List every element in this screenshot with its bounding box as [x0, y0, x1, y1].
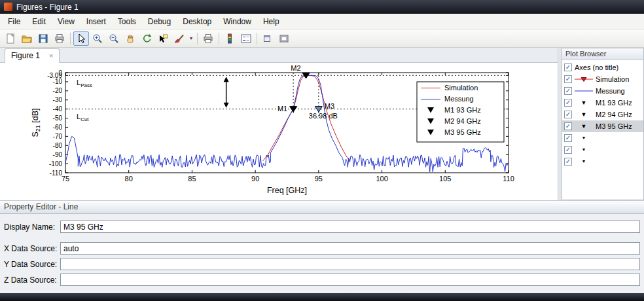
toolbar-separator [257, 33, 257, 44]
close-tab-icon[interactable]: × [49, 52, 53, 60]
y-tick-label: -20 [53, 87, 63, 94]
toolbar: ▾ [0, 29, 644, 48]
tab-figure-1[interactable]: Figure 1 × [5, 48, 60, 63]
triangle-small-icon: ▼ [575, 147, 593, 153]
data-cursor-button[interactable] [155, 31, 171, 46]
toolbar-separator [219, 33, 219, 44]
z-data-source-label: Z Data Source: [4, 275, 60, 285]
checkbox[interactable]: ✓ [564, 158, 572, 166]
x-data-source-row: X Data Source: [4, 242, 640, 255]
red-line-marker-icon [575, 76, 593, 83]
item-label: Axes (no title) [575, 63, 618, 71]
brush-button[interactable] [171, 31, 187, 46]
y-tick-label: -30 [53, 96, 63, 103]
property-editor-title: Property Editor - Line [4, 202, 78, 211]
tab-label: Figure 1 [11, 51, 40, 60]
menu-insert[interactable]: Insert [80, 15, 112, 28]
menu-debug[interactable]: Debug [142, 15, 177, 28]
checkbox[interactable]: ✓ [564, 63, 572, 71]
insert-legend-button[interactable] [238, 31, 254, 46]
x-tick-label: 105 [439, 175, 451, 183]
y-tick-label: -60 [53, 124, 63, 131]
property-editor-body: Display Name: X Data Source: Y Data Sour… [0, 214, 644, 293]
x-tick-label: 95 [315, 175, 323, 183]
item-label: M1 93 GHz [596, 99, 632, 107]
print-preview-button[interactable] [200, 31, 216, 46]
x-tick-label: 100 [376, 175, 387, 183]
hide-plot-tools-button[interactable] [260, 31, 276, 46]
item-label: Simulation [596, 75, 629, 83]
blue-line-icon [575, 88, 593, 95]
brush-dropdown-icon[interactable]: ▾ [188, 31, 194, 46]
legend-label: M1 93 GHz [444, 106, 481, 114]
new-figure-button[interactable] [3, 31, 18, 46]
y-data-source-input[interactable] [60, 258, 640, 270]
plot-browser-item[interactable]: ✓▼ [562, 144, 643, 156]
tab-strip: Figure 1 × [0, 48, 558, 63]
property-editor-header: Property Editor - Line [0, 200, 644, 214]
menu-window[interactable]: Window [217, 15, 257, 28]
menu-help[interactable]: Help [257, 15, 285, 28]
y-axis-label: S21 [dB] [31, 108, 41, 137]
triangle-icon: ▼ [575, 123, 593, 130]
zoom-out-button[interactable] [106, 31, 122, 46]
toolbar-separator [70, 33, 71, 44]
x-data-source-label: X Data Source: [4, 244, 60, 253]
display-name-row: Display Name: [4, 221, 640, 233]
toolbar-separator [197, 33, 198, 44]
checkbox[interactable]: ✓ [564, 75, 572, 83]
x-data-source-input[interactable] [60, 242, 640, 255]
x-tick-label: 80 [125, 175, 133, 183]
plot-browser-list: ✓Axes (no title)✓Simulation✓Messung✓▼M1 … [562, 60, 643, 200]
z-data-source-row: Z Data Source: [4, 274, 640, 286]
save-figure-button[interactable] [35, 31, 51, 46]
checkbox[interactable]: ✓ [564, 122, 572, 130]
menu-edit[interactable]: Edit [26, 15, 52, 28]
checkbox[interactable]: ✓ [564, 99, 572, 107]
figure-canvas: 75808590951001051100-3.09-10-20-30-40-50… [0, 63, 558, 200]
y-tick-label: -100 [49, 160, 62, 168]
plot-browser-item[interactable]: ✓▼ [562, 132, 643, 144]
display-name-input[interactable] [60, 221, 640, 233]
x-tick-label: 85 [188, 175, 196, 183]
plot-svg: 75808590951001051100-3.09-10-20-30-40-50… [0, 63, 558, 200]
plot-browser-item-m1-93-ghz[interactable]: ✓▼M1 93 GHz [562, 97, 643, 109]
marker-label: M1 [277, 105, 287, 113]
rotate-3d-button[interactable] [139, 31, 154, 46]
plot-browser-item-simulation[interactable]: ✓Simulation [562, 73, 643, 85]
x-tick-label: 110 [503, 175, 514, 183]
y-tick-label: -40 [53, 105, 63, 113]
zoom-in-button[interactable] [90, 31, 105, 46]
menu-bar: FileEditViewInsertToolsDebugDesktopWindo… [0, 14, 644, 29]
plot-browser-item-axes-no-title-[interactable]: ✓Axes (no title) [562, 62, 643, 73]
menu-tools[interactable]: Tools [112, 15, 142, 28]
triangle-small-icon: ▼ [575, 158, 593, 165]
checkbox[interactable]: ✓ [564, 134, 572, 142]
checkbox[interactable]: ✓ [564, 111, 572, 118]
menu-view[interactable]: View [52, 15, 80, 28]
edit-plot-button[interactable] [73, 31, 89, 46]
plot-browser-item-m3-95-ghz[interactable]: ✓▼M3 95 GHz [562, 120, 643, 132]
open-file-button[interactable] [19, 31, 35, 46]
menu-desktop[interactable]: Desktop [177, 15, 217, 28]
plot-browser-item-messung[interactable]: ✓Messung [562, 85, 643, 97]
print-figure-button[interactable] [52, 31, 67, 46]
insert-colorbar-button[interactable] [222, 31, 238, 46]
checkbox[interactable]: ✓ [564, 87, 572, 95]
checkbox[interactable]: ✓ [564, 146, 572, 154]
plot-browser-item-m2-94-ghz[interactable]: ✓▼M2 94 GHz [562, 109, 643, 120]
plot-browser-item[interactable]: ✓▼ [562, 156, 643, 168]
title-bar: Figures - Figure 1 [0, 0, 644, 14]
y-tick-label: -70 [53, 133, 63, 140]
pan-button[interactable] [122, 31, 138, 46]
menu-file[interactable]: File [2, 15, 26, 28]
x-tick-label: 90 [251, 175, 259, 183]
content-area: Figure 1 × 75808590951001051100-3.09-10-… [0, 48, 644, 200]
legend-label: M3 95 GHz [444, 128, 481, 136]
y-tick-label: -110 [50, 169, 63, 177]
y-data-source-row: Y Data Source: [4, 258, 640, 270]
item-label: M2 94 GHz [596, 111, 632, 118]
z-data-source-input[interactable] [60, 274, 640, 286]
dock-figure-button[interactable] [276, 31, 292, 46]
y-tick-label: -90 [53, 151, 63, 158]
